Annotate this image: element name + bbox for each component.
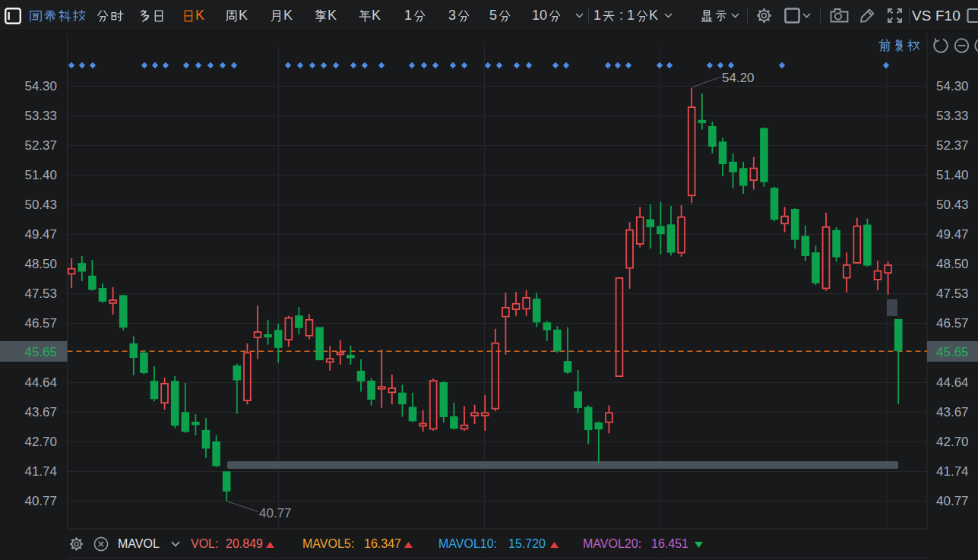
svg-text:54.30: 54.30	[936, 79, 969, 93]
svg-text:49.47: 49.47	[936, 227, 969, 242]
svg-text:44.64: 44.64	[24, 375, 57, 390]
svg-text:46.57: 46.57	[24, 316, 57, 331]
svg-text:51.40: 51.40	[24, 168, 57, 182]
svg-text:42.70: 42.70	[24, 435, 57, 449]
svg-text:45.65: 45.65	[936, 345, 969, 359]
svg-text:48.50: 48.50	[24, 257, 57, 271]
svg-text:53.33: 53.33	[24, 109, 57, 123]
svg-text:43.67: 43.67	[936, 405, 969, 419]
svg-text:43.67: 43.67	[24, 405, 57, 419]
svg-text:42.70: 42.70	[936, 435, 969, 449]
svg-text:40.77: 40.77	[24, 494, 57, 508]
svg-text:50.43: 50.43	[936, 198, 969, 212]
svg-text:52.37: 52.37	[936, 138, 969, 153]
svg-text:48.50: 48.50	[936, 257, 969, 271]
svg-text:47.53: 47.53	[24, 286, 57, 301]
svg-text:46.57: 46.57	[936, 316, 969, 331]
svg-text:50.43: 50.43	[24, 198, 57, 212]
svg-text:41.74: 41.74	[936, 464, 969, 479]
svg-text:49.47: 49.47	[24, 227, 57, 242]
svg-text:51.40: 51.40	[936, 168, 969, 182]
svg-text:40.77: 40.77	[259, 506, 292, 520]
svg-text:45.65: 45.65	[24, 345, 57, 359]
svg-text:53.33: 53.33	[936, 109, 969, 123]
svg-text:40.77: 40.77	[936, 494, 969, 508]
svg-text:47.53: 47.53	[936, 286, 969, 301]
svg-text:54.30: 54.30	[24, 79, 57, 93]
svg-text:44.64: 44.64	[936, 375, 969, 390]
svg-text:52.37: 52.37	[24, 138, 57, 153]
svg-text:54.20: 54.20	[722, 71, 755, 85]
svg-text:41.74: 41.74	[24, 464, 57, 479]
